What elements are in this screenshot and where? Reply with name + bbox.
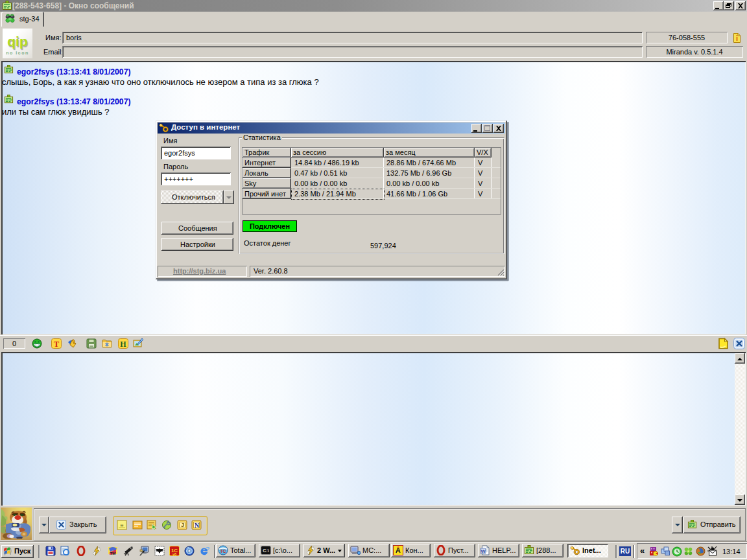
svg-text:H: H [120, 340, 126, 349]
svg-text:C:\: C:\ [263, 548, 268, 553]
svg-text:T: T [54, 340, 59, 349]
svg-text:W: W [480, 548, 486, 554]
svg-text:J: J [181, 522, 184, 528]
svg-text:TC: TC [220, 549, 226, 554]
svg-text:ТМ: ТМ [110, 552, 116, 555]
svg-text:,,: ,, [120, 520, 123, 527]
svg-text:N: N [195, 522, 200, 529]
svg-text:v8: v8 [172, 552, 176, 556]
